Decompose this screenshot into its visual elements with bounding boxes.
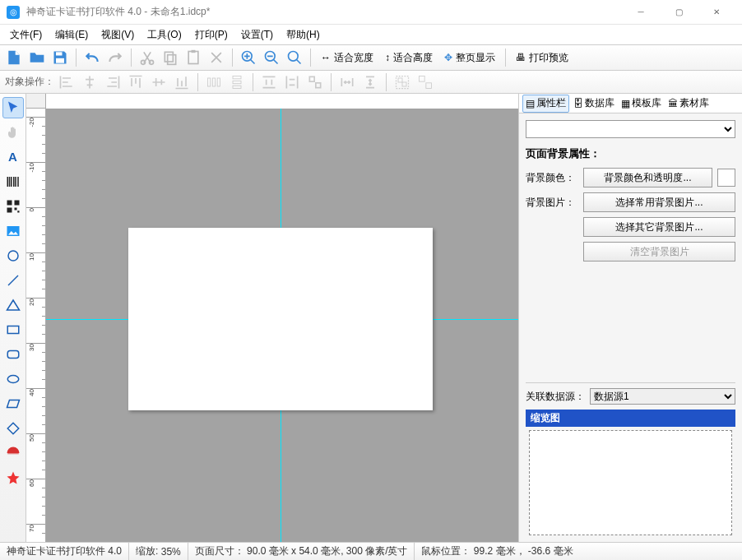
same-height-button[interactable] bbox=[281, 72, 303, 93]
minimize-button[interactable]: ─ bbox=[622, 0, 660, 25]
stamp-tool[interactable] bbox=[2, 442, 24, 464]
select-tool[interactable] bbox=[2, 97, 24, 118]
distribute-v-button[interactable] bbox=[226, 72, 248, 93]
object-ops-label: 对象操作： bbox=[5, 75, 54, 89]
align-center-v-button[interactable] bbox=[148, 72, 169, 93]
line-tool[interactable] bbox=[2, 270, 24, 291]
copy-button[interactable] bbox=[160, 47, 181, 68]
bg-color-button[interactable]: 背景颜色和透明度... bbox=[583, 168, 712, 187]
app-icon: ◎ bbox=[7, 6, 20, 19]
menu-tool[interactable]: 工具(O) bbox=[141, 26, 188, 44]
menu-edit[interactable]: 编辑(E) bbox=[49, 26, 95, 44]
fit-height-icon: ↕ bbox=[385, 52, 390, 63]
ruler-vertical[interactable]: -20-10010203040506070 bbox=[26, 109, 46, 542]
roundrect-tool[interactable] bbox=[2, 344, 24, 365]
rect-tool[interactable] bbox=[2, 319, 24, 340]
group-button[interactable] bbox=[392, 72, 413, 93]
zoom-in-button[interactable] bbox=[238, 47, 259, 68]
qrcode-tool[interactable] bbox=[2, 196, 24, 217]
assoc-datasource-select[interactable]: 数据源1 bbox=[590, 388, 735, 405]
fit-width-button[interactable]: ↔适合宽度 bbox=[316, 47, 378, 68]
maximize-button[interactable]: ▢ bbox=[660, 0, 698, 25]
menu-help[interactable]: 帮助(H) bbox=[280, 26, 327, 44]
zoom-out-button[interactable] bbox=[261, 47, 282, 68]
tab-database[interactable]: 🗄数据库 bbox=[571, 95, 617, 113]
image-tool[interactable] bbox=[2, 220, 24, 242]
menu-file[interactable]: 文件(F) bbox=[3, 26, 49, 44]
tab-templates[interactable]: ▦模板库 bbox=[619, 95, 664, 113]
cut-button[interactable] bbox=[137, 47, 158, 68]
svg-rect-33 bbox=[7, 351, 19, 359]
full-page-label: 整页显示 bbox=[456, 51, 495, 65]
space-v-button[interactable] bbox=[359, 72, 381, 93]
svg-rect-26 bbox=[14, 201, 19, 206]
ungroup-button[interactable] bbox=[415, 72, 436, 93]
svg-rect-5 bbox=[168, 55, 176, 65]
align-top-button[interactable] bbox=[125, 72, 146, 93]
page[interactable] bbox=[128, 228, 433, 410]
star-tool[interactable] bbox=[2, 467, 24, 488]
paste-button[interactable] bbox=[183, 47, 204, 68]
bg-color-label: 背景颜色： bbox=[526, 171, 578, 185]
parallelogram-tool[interactable] bbox=[2, 393, 24, 414]
space-h-button[interactable] bbox=[336, 72, 358, 93]
distribute-h-button[interactable] bbox=[203, 72, 225, 93]
svg-rect-16 bbox=[233, 86, 241, 88]
svg-rect-29 bbox=[17, 211, 19, 212]
tool-tray: A bbox=[0, 94, 26, 542]
circle-tool[interactable] bbox=[2, 245, 24, 266]
align-right-button[interactable] bbox=[102, 72, 123, 93]
bg-image-common-button[interactable]: 选择常用背景图片... bbox=[583, 192, 735, 212]
text-tool[interactable]: A bbox=[2, 146, 24, 168]
fit-width-label: 适合宽度 bbox=[334, 51, 373, 65]
bg-image-other-button[interactable]: 选择其它背景图片... bbox=[583, 217, 735, 237]
svg-rect-11 bbox=[208, 78, 211, 86]
list-icon: ▤ bbox=[526, 98, 535, 109]
canvas-viewport[interactable] bbox=[46, 109, 518, 542]
tab-assets[interactable]: 🏛素材库 bbox=[665, 95, 712, 113]
tab-properties[interactable]: ▤属性栏 bbox=[522, 95, 569, 113]
svg-point-10 bbox=[289, 52, 299, 62]
full-page-button[interactable]: ✥整页显示 bbox=[439, 47, 500, 68]
right-panel: ▤属性栏 🗄数据库 ▦模板库 🏛素材库 页面背景属性： 背景颜色： 背景颜色和透… bbox=[518, 94, 742, 542]
menu-settings[interactable]: 设置(T) bbox=[234, 26, 280, 44]
diamond-tool[interactable] bbox=[2, 418, 24, 439]
open-button[interactable] bbox=[26, 47, 48, 68]
new-button[interactable] bbox=[3, 47, 25, 68]
barcode-tool[interactable] bbox=[2, 171, 24, 192]
svg-point-2 bbox=[141, 60, 146, 64]
bg-image-clear-button[interactable]: 清空背景图片 bbox=[583, 242, 735, 261]
ellipse-tool[interactable] bbox=[2, 368, 24, 390]
delete-button[interactable] bbox=[206, 47, 227, 68]
bg-image-label: 背景图片： bbox=[526, 196, 578, 210]
svg-rect-4 bbox=[165, 52, 173, 62]
thumbnail-title: 缩览图 bbox=[526, 410, 735, 427]
titlebar: ◎ 神奇证卡证书打印软件 4.0 - 未命名1.idcp* ─ ▢ ✕ bbox=[0, 0, 742, 25]
menu-view[interactable]: 视图(V) bbox=[95, 26, 141, 44]
svg-rect-6 bbox=[188, 52, 198, 64]
align-center-h-button[interactable] bbox=[79, 72, 100, 93]
svg-rect-28 bbox=[14, 208, 16, 211]
object-select[interactable] bbox=[526, 120, 735, 138]
svg-rect-23 bbox=[426, 82, 432, 88]
same-size-button[interactable] bbox=[304, 72, 326, 93]
svg-rect-0 bbox=[56, 52, 63, 55]
window-title: 神奇证卡证书打印软件 4.0 - 未命名1.idcp* bbox=[26, 5, 622, 19]
same-width-button[interactable] bbox=[258, 72, 280, 93]
bg-color-swatch[interactable] bbox=[717, 169, 735, 187]
thumbnail-canvas bbox=[529, 430, 732, 535]
svg-point-34 bbox=[7, 376, 19, 383]
align-left-button[interactable] bbox=[56, 72, 77, 93]
redo-button[interactable] bbox=[104, 47, 126, 68]
hand-tool[interactable] bbox=[2, 122, 24, 143]
zoom-reset-button[interactable] bbox=[284, 47, 305, 68]
close-button[interactable]: ✕ bbox=[698, 0, 735, 25]
print-preview-button[interactable]: 🖶打印预览 bbox=[511, 47, 573, 68]
menu-print[interactable]: 打印(P) bbox=[188, 26, 234, 44]
align-bottom-button[interactable] bbox=[171, 72, 192, 93]
triangle-tool[interactable] bbox=[2, 294, 24, 316]
save-button[interactable] bbox=[49, 47, 71, 68]
object-ops-toolbar: 对象操作： bbox=[0, 71, 742, 94]
undo-button[interactable] bbox=[81, 47, 103, 68]
fit-height-button[interactable]: ↕适合高度 bbox=[380, 47, 438, 68]
